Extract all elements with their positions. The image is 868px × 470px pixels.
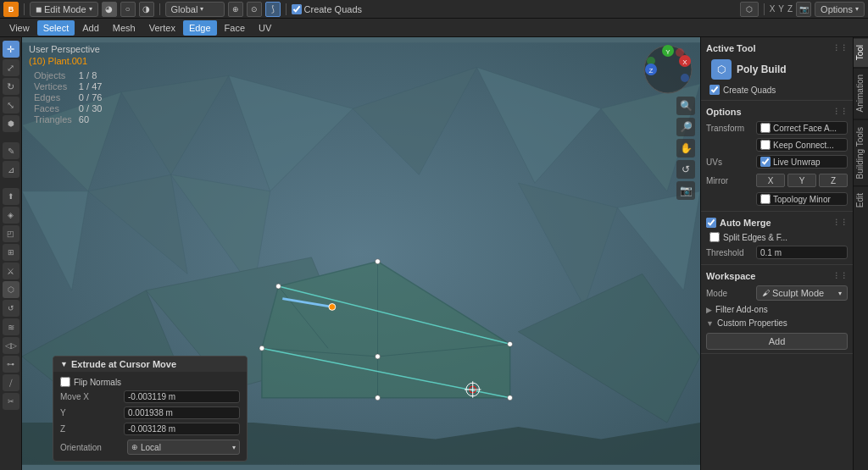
axis-x[interactable]: X [770, 4, 776, 14]
cursor-tool[interactable]: ✛ [3, 41, 19, 58]
smooth-tool[interactable]: ≋ [3, 318, 19, 335]
proportional-edit-icon[interactable]: ⊙ [247, 2, 262, 17]
right-panel: Active Tool ⋮⋮ ⬡ Poly Build Create Quads… [700, 37, 853, 470]
move-x-row: Move X -0.003119 m [60, 389, 240, 405]
scale-tool[interactable]: ⤡ [3, 97, 19, 113]
move-z-val[interactable]: -0.003128 m [124, 423, 240, 435]
svg-point-44 [681, 74, 689, 82]
keep-connect-val[interactable]: Keep Connect... [756, 138, 848, 152]
annotate-tool[interactable]: ✎ [3, 142, 19, 159]
zoom-in-btn[interactable]: 🔍 [676, 97, 695, 115]
measure-tool[interactable]: ⊿ [3, 161, 19, 178]
poly-build-tool[interactable]: ⬡ [3, 281, 19, 298]
viewport-nav: 🔍 🔎 ✋ ↺ 📷 [676, 97, 695, 200]
menu-add[interactable]: Add [76, 20, 105, 36]
mode-dropdown[interactable]: ◼ Edit Mode ▾ [30, 2, 98, 17]
menu-face[interactable]: Face [219, 20, 251, 36]
create-quads-checkbox[interactable] [292, 4, 302, 14]
sep3 [286, 3, 287, 15]
rotate-tool[interactable]: ↻ [3, 78, 19, 95]
nav-gizmo[interactable]: X Y Z [643, 44, 693, 95]
editor-type-icon[interactable]: ⬡ [740, 2, 759, 17]
menu-select[interactable]: Select [37, 20, 75, 36]
mirror-y-btn[interactable]: Y [787, 174, 816, 187]
topology-minor-val[interactable]: Topology Minor [756, 192, 848, 206]
topology-minor-check[interactable] [760, 194, 771, 204]
options-dots: ⋮⋮ [832, 108, 848, 116]
keep-connect-check[interactable] [760, 140, 771, 150]
options-dropdown[interactable]: Options ▾ [815, 2, 865, 17]
camera-icon[interactable]: 📷 [796, 2, 811, 17]
live-unwrap-check[interactable] [760, 157, 771, 167]
top-bar: B ◼ Edit Mode ▾ ◕ ○ ◑ Global ▾ ⊕ ⊙ ⟆ Cre… [0, 0, 868, 19]
correct-face-val[interactable]: Correct Face A... [756, 121, 848, 135]
pan-btn[interactable]: ✋ [676, 139, 695, 158]
transform-orientation[interactable]: Global ▾ [165, 2, 225, 17]
mirror-label: Mirror [706, 176, 753, 185]
options-header[interactable]: Options ⋮⋮ [706, 104, 848, 119]
camera-persp-btn[interactable]: 📷 [676, 181, 695, 200]
correct-face-check[interactable] [760, 123, 771, 133]
viewport-shading-material[interactable]: ○ [120, 2, 136, 17]
zoom-out-btn[interactable]: 🔎 [676, 118, 695, 136]
menu-mesh[interactable]: Mesh [107, 20, 142, 36]
tab-edit[interactable]: Edit [854, 185, 868, 214]
inset-tool[interactable]: ◈ [3, 207, 19, 224]
loop-cut-tool[interactable]: ⊞ [3, 244, 19, 261]
auto-merge-header[interactable]: Auto Merge ⋮⋮ [706, 215, 848, 230]
extrude-tool[interactable]: ⬆ [3, 188, 19, 205]
menu-edge[interactable]: Edge [183, 20, 217, 36]
svg-point-38 [676, 48, 684, 57]
live-unwrap-val[interactable]: Live Unwrap [756, 155, 848, 169]
shrink-fatten-tool[interactable]: ⊶ [3, 356, 19, 373]
active-tool-header[interactable]: Active Tool ⋮⋮ [706, 41, 848, 56]
workspace-header[interactable]: Workspace ⋮⋮ [706, 268, 848, 284]
viewport-info: User Perspective (10) Plant.001 Objects … [29, 44, 107, 125]
custom-props-row[interactable]: ▼ Custom Properties [706, 317, 848, 329]
flip-normals-label: Flip Normals [74, 378, 121, 387]
filter-addons-row[interactable]: ▶ Filter Add-ons [706, 302, 848, 317]
rip-tool[interactable]: ✂ [3, 393, 19, 410]
menu-uv[interactable]: UV [253, 20, 277, 36]
create-quads-group: Create Quads [292, 4, 362, 14]
extrude-panel: ▼ Extrude at Cursor Move Flip Normals Mo… [53, 356, 248, 462]
orbit-btn[interactable]: ↺ [676, 160, 695, 179]
knife-tool[interactable]: ⚔ [3, 263, 19, 279]
orientation-dropdown[interactable]: ⊕ Local ▾ [127, 440, 240, 455]
mirror-icon[interactable]: ⟆ [265, 2, 281, 17]
move-y-val[interactable]: 0.001938 m [124, 406, 240, 419]
auto-merge-check[interactable] [706, 218, 716, 228]
blender-logo[interactable]: B [3, 2, 19, 17]
tab-tool[interactable]: Tool [854, 37, 868, 67]
bevel-tool[interactable]: ◰ [3, 225, 19, 242]
shear-tool[interactable]: ⧸ [3, 374, 19, 391]
transform-tool[interactable]: ⬢ [3, 115, 19, 132]
flip-normals-row: Flip Normals [60, 375, 240, 389]
add-button[interactable]: Add [706, 333, 848, 350]
snap-icon[interactable]: ⊕ [228, 2, 243, 17]
threshold-value[interactable]: 0.1 m [756, 246, 848, 259]
split-edges-check[interactable] [709, 232, 720, 242]
axis-y[interactable]: Y [778, 4, 784, 14]
viewport[interactable]: User Perspective (10) Plant.001 Objects … [22, 37, 700, 470]
transform-label: Transform [706, 124, 753, 133]
move-z-row: Z -0.003128 m [60, 421, 240, 437]
viewport-shading-render[interactable]: ◑ [139, 2, 154, 17]
mirror-z-btn[interactable]: Z [819, 174, 848, 187]
svg-point-25 [508, 341, 513, 346]
menu-view[interactable]: View [3, 20, 36, 36]
viewport-shading-solid[interactable]: ◕ [102, 2, 117, 17]
move-x-val[interactable]: -0.003119 m [124, 390, 240, 403]
flip-normals-check[interactable] [60, 377, 70, 387]
menu-vertex[interactable]: Vertex [143, 20, 181, 36]
workspace-mode-label: Mode [706, 289, 753, 298]
move-tool[interactable]: ⤢ [3, 59, 19, 76]
tab-building-tools[interactable]: Building Tools [854, 119, 868, 186]
tab-animation[interactable]: Animation [854, 67, 868, 119]
axis-z[interactable]: Z [787, 4, 793, 14]
sculpt-mode-dropdown[interactable]: 🖌 Sculpt Mode ▾ [756, 285, 848, 301]
panel-create-quads-check[interactable] [709, 85, 720, 95]
edge-slide-tool[interactable]: ◁▷ [3, 337, 19, 354]
spin-tool[interactable]: ↺ [3, 300, 19, 317]
mirror-x-btn[interactable]: X [756, 174, 785, 187]
